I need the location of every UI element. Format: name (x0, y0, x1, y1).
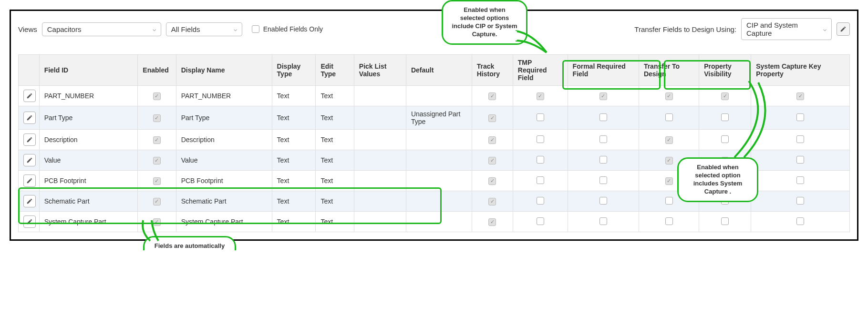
fields-filter-select[interactable]: All Fields ⌵ (166, 22, 242, 36)
col-formal-required[interactable]: Formal Required Field (568, 55, 639, 86)
checkbox[interactable] (537, 197, 544, 205)
checkbox[interactable] (796, 135, 804, 143)
checkbox[interactable] (796, 176, 804, 184)
cell-edit-type: Text (316, 106, 354, 130)
cell-field-id: System Capture Part (39, 212, 138, 232)
checkbox[interactable] (153, 177, 161, 185)
col-tmp-required[interactable]: TMP Required Field (513, 55, 568, 86)
checkbox[interactable] (599, 113, 607, 121)
pencil-icon (840, 26, 847, 32)
checkbox[interactable] (153, 92, 161, 100)
checkbox[interactable] (488, 198, 496, 205)
transfer-fields-value: CIP and System Capture (746, 21, 819, 37)
checkbox[interactable] (488, 177, 496, 185)
checkbox[interactable] (488, 157, 496, 164)
checkbox[interactable] (599, 156, 607, 164)
checkbox[interactable] (153, 114, 161, 122)
checkbox[interactable] (599, 92, 607, 100)
checkbox[interactable] (665, 113, 673, 121)
cell-display-name: Description (176, 130, 272, 150)
checkbox[interactable] (796, 217, 804, 225)
cell-display-name: Value (176, 150, 272, 171)
cell-pick-list (354, 191, 406, 212)
col-pick-list[interactable]: Pick List Values (354, 55, 406, 86)
chevron-down-icon: ⌵ (823, 26, 827, 32)
cell-edit-type: Text (316, 86, 354, 106)
views-select[interactable]: Capacitors ⌵ (42, 22, 161, 36)
checkbox[interactable] (599, 197, 607, 205)
checkbox[interactable] (537, 113, 544, 121)
cell-pick-list (354, 86, 406, 106)
callout-bottom: Fields are automatically enabled when co… (143, 236, 236, 250)
checkbox[interactable] (796, 156, 804, 164)
toolbar: Views Capacitors ⌵ All Fields ⌵ Enabled … (18, 18, 850, 40)
checkbox[interactable] (153, 136, 161, 144)
cell-field-id: Value (39, 150, 138, 171)
cell-edit-type: Text (316, 212, 354, 232)
edit-row-button[interactable] (23, 90, 36, 102)
cell-default: Unassigned Part Type (406, 106, 472, 130)
checkbox[interactable] (665, 197, 673, 205)
cell-display-name: Part Type (176, 106, 272, 130)
checkbox[interactable] (488, 136, 496, 144)
col-display-type[interactable]: Display Type (272, 55, 316, 86)
checkbox[interactable] (796, 197, 804, 205)
enabled-only-checkbox[interactable] (252, 25, 259, 33)
checkbox[interactable] (599, 176, 607, 184)
cell-display-name: System Capture Part (176, 212, 272, 232)
cell-default (406, 150, 472, 171)
cell-pick-list (354, 171, 406, 191)
cell-display-type: Text (272, 106, 316, 130)
checkbox[interactable] (721, 217, 729, 225)
checkbox[interactable] (665, 157, 673, 164)
checkbox[interactable] (537, 176, 544, 184)
col-transfer-to-design[interactable]: Transfer To Design (639, 55, 699, 86)
edit-row-button[interactable] (23, 112, 36, 124)
col-display-name[interactable]: Display Name (176, 55, 272, 86)
cell-field-id: PCB Footprint (39, 171, 138, 191)
checkbox[interactable] (488, 218, 496, 226)
checkbox[interactable] (488, 114, 496, 122)
edit-row-button[interactable] (23, 174, 36, 187)
checkbox[interactable] (537, 217, 544, 225)
checkbox[interactable] (599, 217, 607, 225)
checkbox[interactable] (537, 92, 544, 100)
checkbox[interactable] (599, 135, 607, 143)
cell-edit-type: Text (316, 130, 354, 150)
col-track-history[interactable]: Track History (472, 55, 513, 86)
checkbox[interactable] (796, 92, 804, 100)
checkbox[interactable] (537, 156, 544, 164)
checkbox[interactable] (796, 113, 804, 121)
callout-top: Enabled when selected options include CI… (442, 0, 527, 45)
cell-default (406, 86, 472, 106)
checkbox[interactable] (665, 92, 673, 100)
checkbox[interactable] (488, 92, 496, 100)
checkbox[interactable] (665, 217, 673, 225)
cell-display-type: Text (272, 86, 316, 106)
cell-default (406, 130, 472, 150)
edit-row-button[interactable] (23, 133, 36, 146)
transfer-fields-select[interactable]: CIP and System Capture ⌵ (741, 18, 832, 40)
col-edit-type[interactable]: Edit Type (316, 55, 354, 86)
col-default[interactable]: Default (406, 55, 472, 86)
checkbox[interactable] (665, 136, 673, 144)
col-enabled[interactable]: Enabled (138, 55, 176, 86)
checkbox[interactable] (153, 198, 161, 205)
cell-pick-list (354, 212, 406, 232)
cell-edit-type: Text (316, 171, 354, 191)
callout-right: Enabled when selected option includes Sy… (677, 157, 758, 202)
edit-row-button[interactable] (23, 195, 36, 207)
edit-transfer-button[interactable] (837, 22, 850, 36)
cell-pick-list (354, 130, 406, 150)
checkbox[interactable] (153, 157, 161, 164)
col-field-id[interactable]: Field ID (39, 55, 138, 86)
edit-row-button[interactable] (23, 215, 36, 228)
cell-display-type: Text (272, 171, 316, 191)
cell-display-type: Text (272, 191, 316, 212)
checkbox[interactable] (665, 177, 673, 185)
views-label: Views (18, 25, 37, 33)
cell-field-id: Part Type (39, 106, 138, 130)
cell-display-name: Schematic Part (176, 191, 272, 212)
checkbox[interactable] (537, 135, 544, 143)
edit-row-button[interactable] (23, 154, 36, 166)
